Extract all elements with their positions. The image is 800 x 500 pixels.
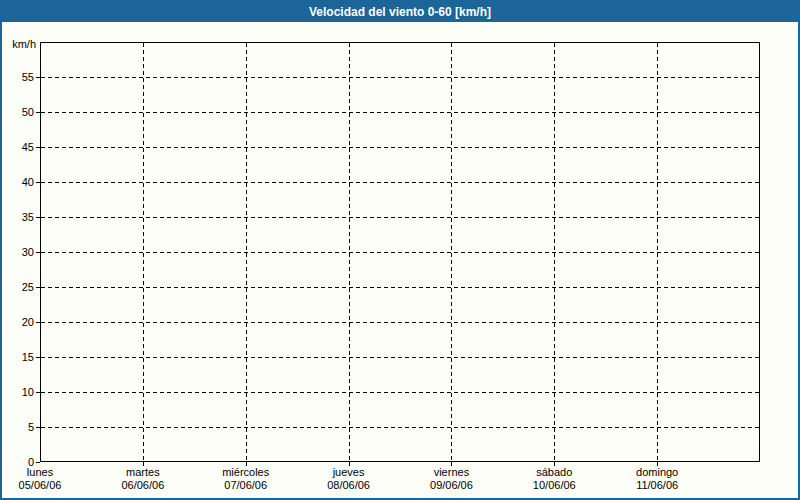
y-axis-tick-label: 30: [2, 245, 34, 259]
day-date: 10/06/06: [533, 479, 576, 492]
y-axis-tick-label: 25: [2, 280, 34, 294]
day-date: 05/06/06: [19, 479, 62, 492]
h-gridline: [41, 322, 759, 323]
day-date: 07/06/06: [222, 479, 269, 492]
y-axis-tick-label: 20: [2, 315, 34, 329]
y-axis-tick-label: 15: [2, 350, 34, 364]
y-axis-tick: [36, 182, 40, 183]
y-axis-tick: [36, 322, 40, 323]
v-gridline: [143, 43, 144, 461]
x-axis-day-label: domingo11/06/06: [636, 466, 678, 492]
chart-title-bar: Velocidad del viento 0-60 [km/h]: [2, 2, 798, 22]
v-gridline: [554, 43, 555, 461]
x-axis-day-label: martes06/06/06: [121, 466, 164, 492]
day-name: jueves: [327, 466, 370, 479]
h-gridline: [41, 392, 759, 393]
v-gridline: [246, 43, 247, 461]
y-axis-tick: [36, 217, 40, 218]
y-axis-tick-label: 5: [2, 420, 34, 434]
chart-window: Velocidad del viento 0-60 [km/h] km/h 05…: [0, 0, 800, 500]
x-axis-day-label: jueves08/06/06: [327, 466, 370, 492]
y-axis-tick-label: 40: [2, 175, 34, 189]
chart-title: Velocidad del viento 0-60 [km/h]: [309, 5, 491, 19]
h-gridline: [41, 287, 759, 288]
day-name: lunes: [19, 466, 62, 479]
y-axis-tick: [36, 287, 40, 288]
y-axis-tick-label: 45: [2, 140, 34, 154]
x-axis-day-label: lunes05/06/06: [19, 466, 62, 492]
y-axis-tick: [36, 392, 40, 393]
day-date: 11/06/06: [636, 479, 678, 492]
h-gridline: [41, 217, 759, 218]
h-gridline: [41, 77, 759, 78]
h-gridline: [41, 147, 759, 148]
h-gridline: [41, 182, 759, 183]
day-date: 06/06/06: [121, 479, 164, 492]
y-axis-tick: [36, 462, 40, 463]
x-axis-day-label: viernes09/06/06: [430, 466, 473, 492]
y-axis-tick: [36, 112, 40, 113]
plot-area: [40, 42, 760, 462]
y-axis-tick: [36, 252, 40, 253]
v-gridline: [349, 43, 350, 461]
day-name: domingo: [636, 466, 678, 479]
y-axis-tick: [36, 147, 40, 148]
day-date: 08/06/06: [327, 479, 370, 492]
y-axis-tick-label: 35: [2, 210, 34, 224]
v-gridline: [657, 43, 658, 461]
day-name: martes: [121, 466, 164, 479]
y-axis-unit-label: km/h: [2, 38, 36, 51]
v-gridline: [451, 43, 452, 461]
y-axis-tick: [36, 427, 40, 428]
x-axis-day-label: miércoles07/06/06: [222, 466, 269, 492]
day-name: viernes: [430, 466, 473, 479]
x-axis-day-label: sábado10/06/06: [533, 466, 576, 492]
day-name: sábado: [533, 466, 576, 479]
h-gridline: [41, 357, 759, 358]
y-axis-tick: [36, 77, 40, 78]
y-axis-tick-label: 10: [2, 385, 34, 399]
y-axis-tick-label: 55: [2, 70, 34, 84]
y-axis-tick: [36, 357, 40, 358]
h-gridline: [41, 112, 759, 113]
day-name: miércoles: [222, 466, 269, 479]
day-date: 09/06/06: [430, 479, 473, 492]
h-gridline: [41, 427, 759, 428]
h-gridline: [41, 252, 759, 253]
y-axis-tick-label: 50: [2, 105, 34, 119]
